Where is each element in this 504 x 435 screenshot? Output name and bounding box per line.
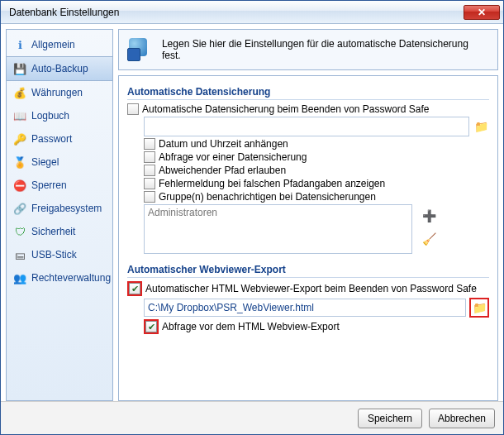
close-button[interactable]: ✕: [464, 5, 500, 20]
sidebar-item-label: Passwort: [31, 133, 72, 145]
row-opt-4: Gruppe(n) benachrichtigen bei Datensiche…: [144, 191, 489, 203]
highlight-webviewer-confirm: [144, 319, 159, 334]
usb-icon: 🖴: [13, 248, 26, 261]
save-button[interactable]: Speichern: [358, 409, 422, 428]
row-webviewer-enable: Automatischer HTML Webviewer-Export beim…: [127, 281, 489, 296]
label-confirm-backup: Abfrage vor einer Datensicherung: [159, 151, 307, 163]
sidebar-item-label: Sicherheit: [31, 226, 75, 237]
backup-icon: 💾: [13, 62, 26, 75]
info-text: Legen Sie hier die Einstellungen für die…: [162, 38, 489, 61]
main-panel: Legen Sie hier die Einstellungen für die…: [118, 29, 498, 401]
sidebar-item-waehrungen[interactable]: 💰 Währungen: [7, 81, 112, 104]
label-backup-enable: Automatische Datensicherung beim Beenden…: [142, 103, 430, 115]
row-groups-textarea: ➕ 🧹: [144, 204, 489, 254]
sidebar-item-passwort[interactable]: 🔑 Passwort: [7, 127, 112, 151]
currency-icon: 💰: [13, 86, 26, 99]
sidebar-item-usb-stick[interactable]: 🖴 USB-Stick: [7, 243, 112, 266]
backup-path-input[interactable]: [144, 117, 469, 136]
shield-icon: 🛡: [13, 225, 26, 238]
titlebar: Datenbank Einstellungen ✕: [1, 1, 503, 24]
info-banner: Legen Sie hier die Einstellungen für die…: [118, 29, 498, 70]
group-action-buttons: ➕ 🧹: [421, 208, 437, 247]
sidebar-item-label: Auto-Backup: [31, 63, 88, 74]
label-webviewer-confirm: Abfrage vor dem HTML Webview-Export: [162, 321, 340, 332]
sidebar-item-label: Währungen: [31, 87, 83, 98]
add-group-icon[interactable]: ➕: [421, 208, 437, 224]
sidebar-item-siegel[interactable]: 🏅 Siegel: [7, 151, 112, 174]
webviewer-path-input[interactable]: [144, 299, 466, 317]
window-title: Datenbank Einstellungen: [9, 7, 464, 18]
sidebar-item-logbuch[interactable]: 📖 Logbuch: [7, 104, 112, 127]
checkbox-append-datetime[interactable]: [144, 138, 155, 150]
sidebar-item-rechteverwaltung[interactable]: 👥 Rechteverwaltung: [7, 266, 112, 289]
settings-window: Datenbank Einstellungen ✕ ℹ Allgemein 💾 …: [0, 0, 504, 435]
checkbox-webviewer-enable[interactable]: [129, 283, 140, 294]
browse-webviewer-folder-icon[interactable]: 📁: [471, 299, 487, 316]
checkbox-confirm-backup[interactable]: [144, 151, 155, 163]
block-icon: ⛔: [13, 179, 26, 192]
seal-icon: 🏅: [13, 155, 26, 169]
footer: Speichern Abbrechen: [1, 401, 503, 434]
row-backup-enable: Automatische Datensicherung beim Beenden…: [127, 103, 489, 115]
sidebar-item-allgemein[interactable]: ℹ Allgemein: [7, 33, 112, 56]
sidebar-item-auto-backup[interactable]: 💾 Auto-Backup: [7, 56, 112, 81]
sidebar-item-sicherheit[interactable]: 🛡 Sicherheit: [7, 220, 112, 243]
row-opt-0: Datum und Uhrzeit anhängen: [144, 138, 489, 150]
checkbox-allow-diff-path[interactable]: [144, 165, 155, 176]
groups-textarea[interactable]: [144, 204, 412, 254]
row-webviewer-path: 📁: [144, 298, 489, 318]
sidebar-item-sperren[interactable]: ⛔ Sperren: [7, 174, 112, 197]
row-opt-2: Abweichender Pfad erlauben: [144, 165, 489, 176]
label-webviewer-enable: Automatischer HTML Webviewer-Export beim…: [145, 283, 477, 294]
key-icon: 🔑: [13, 132, 26, 146]
logbook-icon: 📖: [13, 109, 26, 122]
database-save-icon: [127, 38, 152, 61]
label-notify-groups: Gruppe(n) benachrichtigen bei Datensiche…: [159, 191, 376, 203]
info-icon: ℹ: [13, 38, 26, 51]
cancel-button[interactable]: Abbrechen: [429, 409, 495, 428]
browse-folder-icon[interactable]: 📁: [473, 118, 489, 135]
sidebar-item-label: Allgemein: [31, 39, 75, 50]
rights-icon: 👥: [13, 271, 26, 284]
label-path-error-msg: Fehlermeldung bei falschen Pfadangaben a…: [159, 178, 385, 189]
group-title-webviewer: Automatischer Webviewer-Export: [127, 264, 489, 278]
checkbox-path-error-msg[interactable]: [144, 178, 155, 189]
label-append-datetime: Datum und Uhrzeit anhängen: [159, 138, 288, 150]
checkbox-backup-enable[interactable]: [127, 103, 139, 115]
sidebar-item-label: Siegel: [31, 156, 59, 168]
share-icon: 🔗: [13, 202, 26, 215]
sidebar-item-label: Rechteverwaltung: [31, 272, 111, 284]
row-webviewer-confirm: Abfrage vor dem HTML Webview-Export: [144, 319, 489, 334]
body: ℹ Allgemein 💾 Auto-Backup 💰 Währungen 📖 …: [1, 24, 503, 401]
row-opt-1: Abfrage vor einer Datensicherung: [144, 151, 489, 163]
row-backup-path: 📁: [144, 117, 489, 136]
checkbox-webviewer-confirm[interactable]: [145, 321, 157, 332]
sidebar-item-freigabesystem[interactable]: 🔗 Freigabesystem: [7, 197, 112, 220]
sidebar-item-label: USB-Stick: [31, 249, 77, 261]
close-icon: ✕: [478, 7, 486, 18]
highlight-webviewer-enable: [127, 281, 142, 296]
label-allow-diff-path: Abweichender Pfad erlauben: [159, 165, 286, 176]
group-title-backup: Automatische Datensicherung: [127, 86, 489, 100]
sidebar-item-label: Freigabesystem: [31, 203, 102, 214]
sidebar-item-label: Logbuch: [31, 110, 69, 122]
remove-group-icon[interactable]: 🧹: [421, 231, 437, 247]
checkbox-notify-groups[interactable]: [144, 191, 155, 203]
sidebar: ℹ Allgemein 💾 Auto-Backup 💰 Währungen 📖 …: [6, 29, 113, 401]
settings-content: Automatische Datensicherung Automatische…: [118, 75, 498, 401]
row-opt-3: Fehlermeldung bei falschen Pfadangaben a…: [144, 178, 489, 189]
sidebar-item-label: Sperren: [31, 179, 67, 191]
highlight-browse-webviewer: 📁: [469, 298, 489, 318]
